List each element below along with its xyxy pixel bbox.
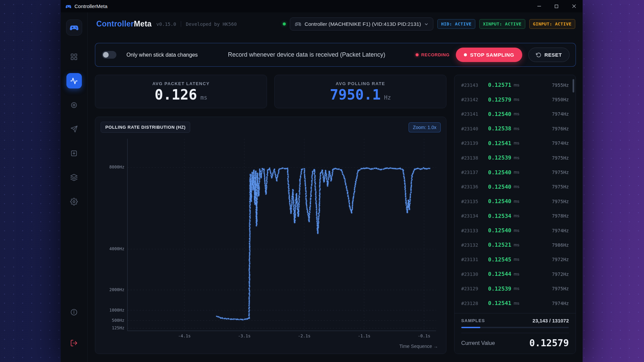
toggle-knob — [103, 52, 109, 58]
sample-polling-rate: 7975Hz — [552, 170, 569, 175]
sample-latency-unit: ms — [514, 156, 520, 160]
window-titlebar[interactable]: ControllerMeta — [61, 0, 583, 12]
zoom-level-badge[interactable]: Zoom: 1.0x — [409, 122, 441, 132]
sample-row: #23136 0.12540 ms 7975Hz — [461, 180, 569, 194]
sample-id: #23135 — [461, 199, 488, 204]
sample-latency-value: 0.12540 — [488, 184, 512, 190]
sample-row: #23140 0.12538 ms 7976Hz — [461, 121, 569, 136]
sample-polling-rate: 7974Hz — [552, 140, 569, 146]
polling-rate-chart-card: POLLING RATE DISTRIBUTION (HZ) Zoom: 1.0… — [95, 117, 446, 354]
sample-id: #23130 — [461, 272, 488, 277]
sample-row: #23129 0.12539 ms 7975Hz — [461, 281, 569, 296]
sample-latency-value: 0.12539 — [488, 286, 512, 292]
minimize-button[interactable] — [530, 0, 548, 12]
stop-sampling-label: STOP SAMPLING — [470, 52, 514, 58]
window-title: ControllerMeta — [74, 3, 107, 9]
status-badge: XINPUT: ACTIVE — [479, 19, 525, 29]
sidebar-item-layers[interactable] — [66, 170, 82, 185]
capture-box-icon — [70, 149, 78, 157]
reset-button[interactable]: RESET — [528, 48, 570, 62]
sidebar-item-logout[interactable] — [66, 335, 82, 351]
app-window: ControllerMeta — [61, 0, 583, 362]
sample-id: #23129 — [461, 286, 488, 291]
record-mode-description: Record whenever device data is received … — [204, 51, 410, 58]
sample-latency-value: 0.12579 — [488, 97, 512, 103]
sample-latency-unit: ms — [514, 199, 520, 204]
close-button[interactable] — [565, 0, 583, 12]
sample-row: #23131 0.12545 ms 7972Hz — [461, 252, 569, 267]
maximize-icon — [554, 4, 558, 8]
current-value-label: Current Value — [461, 340, 495, 346]
sample-latency-unit: ms — [514, 301, 520, 306]
target-icon — [70, 101, 78, 109]
stop-dot-icon — [464, 53, 467, 56]
sidebar-item-info[interactable] — [66, 304, 82, 320]
samples-progress-track — [461, 327, 569, 328]
app-header: ControllerMeta v0.15.0 Developed by HK56… — [88, 12, 583, 36]
sample-latency-unit: ms — [514, 228, 520, 233]
polling-value: 7950.1 — [330, 88, 381, 102]
sample-latency-unit: ms — [514, 272, 520, 277]
developed-by-label: Developed by HK560 — [186, 21, 237, 27]
sidebar — [61, 12, 88, 362]
sidebar-item-send[interactable] — [66, 121, 82, 137]
sample-id: #23139 — [461, 140, 488, 146]
sample-id: #23137 — [461, 170, 488, 175]
activity-pulse-icon — [70, 77, 78, 85]
sample-id: #23143 — [461, 82, 488, 88]
stop-sampling-button[interactable]: STOP SAMPLING — [456, 48, 522, 62]
sample-polling-rate: 7955Hz — [552, 82, 569, 88]
sample-latency-value: 0.12539 — [488, 155, 512, 161]
sample-latency-unit: ms — [514, 214, 520, 218]
sample-id: #23136 — [461, 184, 488, 189]
sample-latency-unit: ms — [514, 243, 520, 247]
samples-scrollbar-thumb[interactable] — [573, 79, 574, 93]
stick-data-toggle[interactable] — [102, 51, 116, 59]
avg-polling-rate-card: AVG POLLING RATE 7950.1 Hz — [274, 75, 446, 108]
sample-latency-value: 0.12521 — [488, 242, 512, 248]
sidebar-item-target[interactable] — [66, 97, 82, 113]
polling-card-title: AVG POLLING RATE — [336, 81, 385, 86]
sample-row: #23142 0.12579 ms 7950Hz — [461, 92, 569, 107]
brand-logo: ControllerMeta — [96, 19, 152, 28]
polling-rate-chart[interactable] — [101, 134, 441, 343]
gear-icon — [70, 198, 78, 205]
sidebar-item-dashboard[interactable] — [66, 49, 82, 64]
status-badge: GINPUT: ACTIVE — [529, 19, 575, 29]
latency-card-title: AVG PACKET LATENCY — [152, 81, 210, 86]
sample-row: #23141 0.12540 ms 7974Hz — [461, 107, 569, 121]
app-logo-button[interactable] — [66, 19, 82, 36]
sample-latency-value: 0.12538 — [488, 125, 512, 132]
sample-polling-rate: 7974Hz — [552, 228, 569, 233]
sidebar-item-settings[interactable] — [66, 194, 82, 209]
gamepad-icon — [65, 3, 71, 9]
version-label: v0.15.0 — [156, 21, 176, 27]
sample-id: #23132 — [461, 242, 488, 248]
sample-latency-unit: ms — [514, 184, 520, 189]
brand-primary: Controller — [96, 19, 134, 28]
sample-polling-rate: 7975Hz — [552, 286, 569, 291]
sample-latency-value: 0.12534 — [488, 213, 512, 219]
maximize-button[interactable] — [548, 0, 565, 12]
sidebar-item-capture[interactable] — [66, 145, 82, 161]
header-divider — [181, 21, 181, 27]
close-icon — [572, 4, 576, 8]
sample-id: #23138 — [461, 155, 488, 161]
sample-polling-rate: 7976Hz — [552, 126, 569, 131]
sample-row: #23143 0.12571 ms 7955Hz — [461, 78, 569, 92]
sample-latency-value: 0.12541 — [488, 300, 512, 306]
sample-latency-value: 0.12571 — [488, 82, 512, 88]
sample-id: #23140 — [461, 126, 488, 131]
sidebar-item-activity[interactable] — [66, 73, 82, 88]
sample-polling-rate: 7986Hz — [552, 242, 569, 248]
sample-polling-rate: 7978Hz — [552, 213, 569, 219]
device-selector[interactable]: Controller (MACHENIKE F1) (VID:413D PID:… — [290, 17, 433, 31]
sample-row: #23139 0.12541 ms 7974Hz — [461, 136, 569, 150]
send-icon — [70, 125, 78, 133]
samples-footer: SAMPLES 23,143 / 131072 Current Value 0.… — [454, 313, 576, 354]
current-value: 0.12579 — [529, 338, 569, 349]
sample-polling-rate: 7950Hz — [552, 97, 569, 102]
sample-polling-rate: 7972Hz — [552, 257, 569, 262]
samples-label: SAMPLES — [461, 318, 485, 323]
recording-dot-icon — [416, 53, 419, 56]
